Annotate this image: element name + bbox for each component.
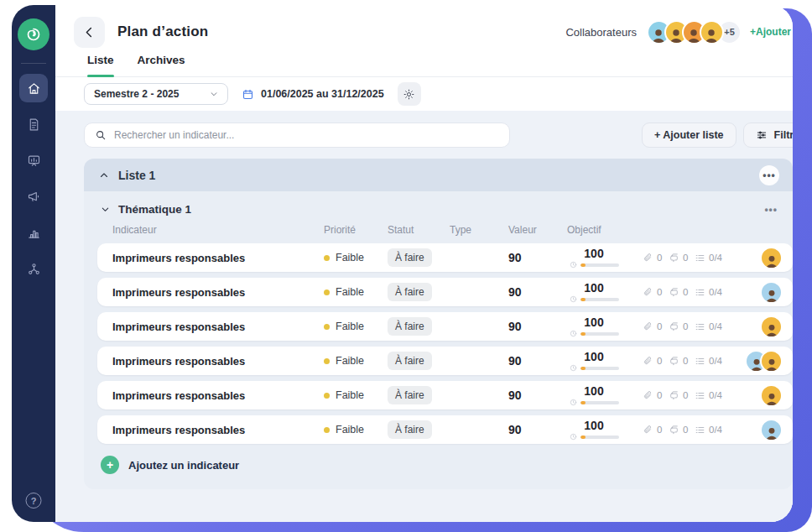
checklist-icon [695,253,705,263]
priority-dot [324,358,330,364]
indicator-name: Imprimeurs responsables [112,252,245,264]
search-icon [95,129,107,141]
priority-label: Faible [336,286,364,298]
objective-progress [570,295,619,303]
search-row: + Ajouter liste Filtrer [84,123,793,148]
paperclip-icon [643,321,653,332]
comments-count[interactable]: 0 [669,425,688,436]
attachments-count[interactable]: 0 [643,321,662,332]
priority-dot [324,393,330,399]
checklist-count[interactable]: 0/4 [695,253,722,263]
tab-archives[interactable]: Archives [138,54,185,76]
calendar-icon [242,88,254,101]
period-select-value: Semestre 2 - 2025 [94,88,179,100]
attachments-count[interactable]: 0 [643,390,662,401]
add-collaborator-button[interactable]: +Ajouter [750,26,791,38]
assignee-avatar[interactable] [760,316,783,338]
status-badge: À faire [388,420,432,439]
add-list-button[interactable]: + Ajouter liste [642,123,737,148]
help-icon[interactable]: ? [26,493,42,509]
assignee-avatar[interactable] [760,350,783,373]
theme-title: Thématique 1 [118,203,191,216]
objective-progress [570,330,619,337]
comment-icon [669,425,679,436]
checklist-count[interactable]: 0/4 [695,356,722,367]
tab-liste[interactable]: Liste [87,54,114,76]
comments-count[interactable]: 0 [669,287,688,298]
checklist-icon [695,390,705,401]
sidebar-item-statistics[interactable] [19,218,48,247]
table-row[interactable]: Imprimeurs responsables Faible À faire 9… [97,415,793,444]
screen: ? Plan d’action Collaborateurs +5 +Ajout… [0,0,812,532]
progress-track [580,298,619,301]
sidebar: ? [12,5,55,522]
search-input[interactable] [114,129,499,141]
main-panel: Plan d’action Collaborateurs +5 +Ajouter… [55,5,793,522]
clock-icon [570,364,577,372]
column-objectif: Objectif [567,224,643,236]
table-row[interactable]: Imprimeurs responsables Faible À faire 9… [97,312,793,341]
assignee-avatars [727,419,793,441]
date-range[interactable]: 01/06/2025 au 31/12/2025 [242,88,384,101]
collaborator-avatar[interactable] [700,20,724,44]
brand-logo-icon[interactable] [18,18,49,50]
sidebar-item-presentation[interactable] [19,146,48,175]
gear-icon [403,88,415,101]
assignee-avatar[interactable] [760,384,783,407]
checklist-count[interactable]: 0/4 [695,321,722,332]
chevron-up-icon [99,170,109,180]
attachments-count[interactable]: 0 [643,425,662,436]
priority-label: Faible [336,389,364,401]
column-indicateur: Indicateur [97,224,324,236]
filter-button[interactable]: Filtrer [743,123,793,148]
chevron-down-icon [210,90,218,98]
content-area: + Ajouter liste Filtrer Liste 1 ••• [55,111,793,522]
list-menu-button[interactable]: ••• [759,165,779,185]
collaborator-avatar-group[interactable]: +5 [647,20,742,44]
comments-count[interactable]: 0 [669,321,688,332]
sidebar-item-network[interactable] [19,254,48,283]
megaphone-icon [27,190,41,204]
search-box[interactable] [84,123,510,148]
sidebar-item-home[interactable] [19,74,48,102]
table-row[interactable]: Imprimeurs responsables Faible À faire 9… [97,278,793,306]
comments-count[interactable]: 0 [669,390,688,401]
sliders-icon [756,129,768,141]
priority-label: Faible [336,355,364,367]
table-row[interactable]: Imprimeurs responsables Faible À faire 9… [97,243,793,272]
assignee-avatar[interactable] [760,419,783,441]
attachments-count[interactable]: 0 [643,253,662,263]
value: 90 [508,389,522,402]
table-row[interactable]: Imprimeurs responsables Faible À faire 9… [97,381,793,409]
assignee-avatar[interactable] [760,247,783,269]
comments-count[interactable]: 0 [669,356,688,367]
sidebar-item-documents[interactable] [19,110,48,138]
paperclip-icon [643,287,653,298]
plus-icon: + [101,456,119,474]
column-statut: Statut [388,224,450,236]
assignee-avatar[interactable] [760,281,783,304]
sidebar-item-announcements[interactable] [19,182,48,211]
theme-menu-button[interactable]: ••• [764,204,778,216]
settings-button[interactable] [398,82,421,106]
comments-count[interactable]: 0 [669,253,688,263]
tabs-bar: Liste Archives [55,54,793,77]
list-section-body: Thématique 1 ••• Indicateur Priorité Sta… [84,191,793,489]
collaborators-label: Collaborateurs [565,26,637,39]
value: 90 [508,354,522,368]
attachments-count[interactable]: 0 [643,356,662,367]
table-row[interactable]: Imprimeurs responsables Faible À faire 9… [97,347,793,375]
theme-header[interactable]: Thématique 1 ••• [97,200,793,224]
checklist-count[interactable]: 0/4 [695,287,722,298]
attachments-count[interactable]: 0 [643,287,662,298]
comment-icon [669,253,679,263]
checklist-count[interactable]: 0/4 [695,390,722,401]
add-indicator-button[interactable]: + Ajoutez un indicateur [97,456,793,474]
back-button[interactable] [74,17,105,48]
checklist-count[interactable]: 0/4 [695,425,722,436]
indicator-name: Imprimeurs responsables [112,321,245,333]
list-section-header[interactable]: Liste 1 ••• [84,159,793,191]
period-select[interactable]: Semestre 2 - 2025 [84,83,228,105]
objective-value: 100 [584,281,603,295]
progress-track [580,263,619,267]
